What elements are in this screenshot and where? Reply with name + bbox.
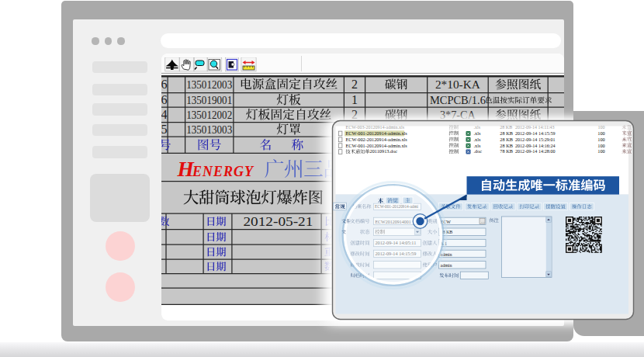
svg-text:2012-09-14 15:29:01: 2012-09-14 15:29:01 [515,137,556,142]
svg-text:.xls: .xls [474,125,481,130]
svg-text:2012-09-14 14:28:00: 2012-09-14 14:28:00 [515,148,556,154]
svg-text:06: 06 [161,78,168,91]
svg-text:100: 100 [597,137,604,142]
svg-text:…: … [481,219,486,224]
svg-text:28 KB: 28 KB [500,130,513,136]
svg-text:100: 100 [597,143,604,148]
svg-text:2012-09-14 14:15:59: 2012-09-14 14:15:59 [515,130,556,136]
svg-text:ECW-001-20120914-admin.xls: ECW-001-20120914-admin.xls [346,143,408,148]
svg-text:28 KB: 28 KB [500,137,513,142]
svg-text:.doc: .doc [474,148,483,154]
svg-text:2*10-KA: 2*10-KA [435,78,480,91]
svg-text:2012-09-14 14:16:24: 2012-09-14 14:16:24 [515,143,556,148]
svg-text:admin: admin [441,263,452,268]
svg-text:135019001: 135019001 [186,94,232,106]
svg-text:28 KB: 28 KB [500,143,513,148]
svg-text:ENERGY: ENERGY [192,164,254,179]
svg-text:.xls: .xls [474,143,481,148]
svg-text:04: 04 [161,108,168,121]
svg-text:ECW-001-20120914-admin.xls: ECW-001-20120914-admin.xls [346,130,408,136]
svg-text:135013003: 135013003 [186,123,232,136]
svg-text:ECW-002-20120914-admin.xls: ECW-002-20120914-admin.xls [346,137,408,142]
svg-text:28 KB: 28 KB [500,125,512,130]
svg-text:20110913.doc: 20110913.doc [370,148,398,154]
svg-text:1: 1 [351,93,358,106]
svg-text:100: 100 [597,148,604,154]
svg-text:135012003: 135012003 [186,78,232,91]
svg-text:.xls: .xls [474,130,481,136]
svg-text:05: 05 [161,123,168,136]
svg-text:100: 100 [597,130,604,136]
svg-text:100: 100 [598,125,605,130]
svg-text:2012-09-14 14:11:43: 2012-09-14 14:11:43 [515,125,555,130]
svg-text:2012-05-21: 2012-05-21 [243,214,313,229]
svg-text:06: 06 [161,93,168,106]
svg-text:135012002: 135012002 [186,109,232,121]
svg-text:2: 2 [351,78,358,91]
svg-text:ECW-003-20120914-admin.xls: ECW-003-20120914-admin.xls [346,125,405,130]
svg-text:.xls: .xls [474,137,481,142]
svg-text:78 KB: 78 KB [500,148,513,154]
svg-text:MCPCB/1.6: MCPCB/1.6 [429,93,485,106]
